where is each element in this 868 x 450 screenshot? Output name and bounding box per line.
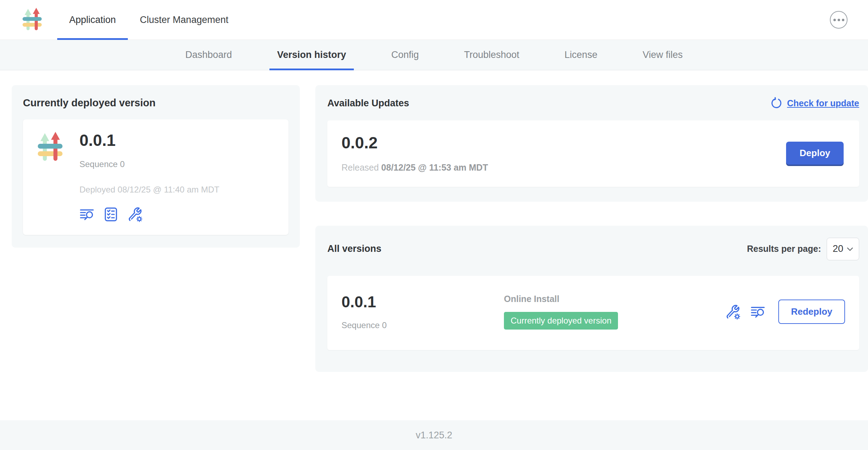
console-version: v1.125.2 bbox=[416, 430, 452, 441]
released-prefix: Released bbox=[341, 162, 379, 172]
app-logo-icon bbox=[36, 131, 65, 222]
all-versions-panel: All versions Results per page: 20 bbox=[315, 226, 868, 372]
subnav-tab-license[interactable]: License bbox=[542, 40, 620, 70]
deployed-version-info: 0.0.1 Sequence 0 Deployed 08/12/25 @ 11:… bbox=[79, 131, 219, 222]
app-logo-icon bbox=[21, 7, 43, 32]
released-date: 08/12/25 @ 11:53 am MDT bbox=[381, 162, 488, 172]
results-per-page-label: Results per page: bbox=[747, 244, 821, 254]
currently-deployed-badge: Currently deployed version bbox=[504, 312, 618, 330]
diff-logs-icon[interactable] bbox=[750, 304, 765, 319]
active-subtab-underline bbox=[269, 69, 354, 70]
preflight-checklist-icon[interactable] bbox=[103, 207, 118, 222]
tab-application[interactable]: Application bbox=[57, 0, 128, 40]
top-nav: Application Cluster Management bbox=[0, 0, 868, 40]
available-updates-panel: Available Updates Check for update 0.0.2 bbox=[315, 85, 868, 202]
deployed-sequence: Sequence 0 bbox=[79, 159, 219, 169]
results-per-page-group: Results per page: 20 bbox=[747, 238, 859, 260]
row-version-info: 0.0.1 Sequence 0 bbox=[341, 294, 504, 330]
install-type-label: Online Install bbox=[504, 294, 618, 304]
overflow-menu-button[interactable] bbox=[830, 11, 848, 29]
check-for-update-link[interactable]: Check for update bbox=[771, 97, 859, 109]
results-per-page-select[interactable]: 20 bbox=[827, 238, 859, 260]
available-updates-title: Available Updates bbox=[327, 98, 409, 109]
main-content: Currently deployed version 0.0.1 Sequenc… bbox=[0, 70, 868, 372]
current-version-column: Currently deployed version 0.0.1 Sequenc… bbox=[12, 85, 300, 248]
subnav-tab-view-files[interactable]: View files bbox=[620, 40, 706, 70]
ellipsis-icon bbox=[833, 19, 836, 21]
app-subnav: Dashboard Version history Config Trouble… bbox=[0, 40, 868, 70]
subnav-tab-config[interactable]: Config bbox=[369, 40, 441, 70]
results-per-page-value: 20 bbox=[833, 243, 843, 254]
subnav-tab-troubleshoot[interactable]: Troubleshoot bbox=[441, 40, 542, 70]
update-info: 0.0.2 Released 08/12/25 @ 11:53 am MDT bbox=[341, 134, 488, 173]
row-actions: Redeploy bbox=[725, 300, 845, 324]
deploy-button[interactable]: Deploy bbox=[786, 142, 844, 165]
deployed-version-actions bbox=[79, 207, 219, 222]
all-versions-title: All versions bbox=[327, 243, 381, 254]
subnav-tab-version-history[interactable]: Version history bbox=[255, 40, 369, 70]
row-sequence: Sequence 0 bbox=[341, 320, 504, 330]
currently-deployed-panel: Currently deployed version 0.0.1 Sequenc… bbox=[12, 85, 300, 248]
currently-deployed-card: 0.0.1 Sequence 0 Deployed 08/12/25 @ 11:… bbox=[23, 119, 289, 235]
tab-cluster-management[interactable]: Cluster Management bbox=[128, 0, 240, 40]
currently-deployed-title: Currently deployed version bbox=[23, 97, 289, 109]
deployed-timestamp: Deployed 08/12/25 @ 11:40 am MDT bbox=[79, 185, 219, 195]
row-version-number: 0.0.1 bbox=[341, 294, 504, 310]
update-released-line: Released 08/12/25 @ 11:53 am MDT bbox=[341, 162, 488, 173]
chevron-down-icon bbox=[847, 247, 853, 251]
update-version-number: 0.0.2 bbox=[341, 134, 488, 152]
config-wrench-icon[interactable] bbox=[725, 304, 741, 320]
tab-cluster-management-label: Cluster Management bbox=[140, 14, 228, 25]
subnav-tab-dashboard[interactable]: Dashboard bbox=[163, 40, 255, 70]
redeploy-button[interactable]: Redeploy bbox=[778, 300, 845, 324]
tab-application-label: Application bbox=[69, 14, 116, 25]
app-footer: v1.125.2 bbox=[0, 420, 868, 450]
version-row: 0.0.1 Sequence 0 Online Install Currentl… bbox=[327, 276, 859, 350]
deployed-version-number: 0.0.1 bbox=[79, 131, 219, 149]
diff-logs-icon[interactable] bbox=[79, 207, 94, 222]
refresh-icon bbox=[771, 97, 783, 109]
active-tab-underline bbox=[57, 38, 128, 40]
config-wrench-icon[interactable] bbox=[127, 207, 143, 222]
check-for-update-label: Check for update bbox=[787, 98, 859, 108]
versions-column: Available Updates Check for update 0.0.2 bbox=[315, 85, 868, 372]
row-install-info: Online Install Currently deployed versio… bbox=[504, 294, 618, 330]
available-update-card: 0.0.2 Released 08/12/25 @ 11:53 am MDT D… bbox=[327, 120, 859, 187]
